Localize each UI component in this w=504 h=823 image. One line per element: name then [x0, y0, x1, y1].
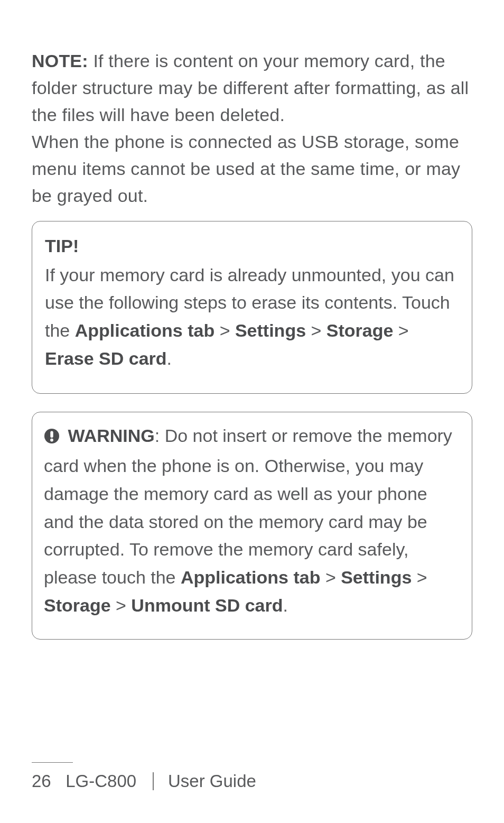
footer-model: LG-C800 — [66, 771, 136, 791]
page-number: 26 — [32, 771, 51, 791]
warning-settings: Settings — [341, 567, 412, 587]
tip-gt2: > — [306, 320, 326, 340]
warning-gt3: > — [111, 595, 132, 615]
footer-rule — [32, 762, 73, 763]
tip-title: TIP! — [45, 232, 459, 260]
svg-rect-1 — [50, 431, 53, 438]
tip-erase-sd-card: Erase SD card — [45, 348, 167, 368]
warning-unmount-sd-card: Unmount SD card — [131, 595, 283, 615]
warning-gt1: > — [320, 567, 341, 587]
warning-period: . — [283, 595, 287, 615]
footer-divider — [153, 772, 154, 790]
tip-gt1: > — [214, 320, 235, 340]
page: NOTE: If there is content on your memory… — [0, 0, 504, 823]
warning-storage: Storage — [44, 595, 111, 615]
page-footer: 26 LG-C800 User Guide — [0, 762, 504, 791]
svg-point-2 — [50, 439, 53, 442]
note-line2: When the phone is connected as USB stora… — [32, 132, 460, 206]
tip-applications-tab: Applications tab — [75, 320, 214, 340]
tip-storage: Storage — [326, 320, 394, 340]
tip-box: TIP! If your memory card is already unmo… — [32, 221, 472, 394]
note-label: NOTE: — [32, 51, 88, 71]
note-text: If there is content on your memory card,… — [32, 51, 469, 125]
warning-label: WARNING — [63, 426, 155, 446]
note-paragraph: NOTE: If there is content on your memory… — [32, 48, 472, 209]
footer-guide-label: User Guide — [168, 771, 256, 791]
warning-gt2: > — [412, 567, 427, 587]
tip-settings: Settings — [235, 320, 306, 340]
tip-gt3: > — [393, 320, 408, 340]
tip-period: . — [167, 348, 172, 368]
warning-text-segment: : Do not insert or remove the memory car… — [44, 426, 452, 587]
warning-box: WARNING: Do not insert or remove the mem… — [32, 412, 472, 640]
warning-applications-tab: Applications tab — [181, 567, 320, 587]
warning-icon — [44, 424, 60, 452]
